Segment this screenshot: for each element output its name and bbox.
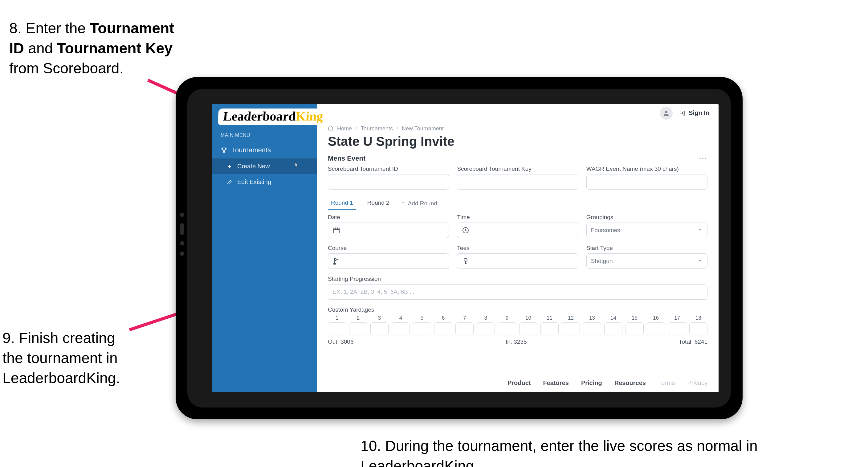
sidebar-item-create-new[interactable]: Create New: [212, 158, 317, 174]
hole-number: 8: [477, 315, 495, 321]
sidebar-item-label: Tournaments: [232, 146, 271, 154]
wagr-name-input[interactable]: [586, 174, 708, 189]
placeholder-text: EX: 1, 2A, 2B, 3, 4, 5, 6A, 6B ...: [333, 289, 414, 295]
scoreboard-key-input[interactable]: [457, 174, 578, 189]
add-round-label: Add Round: [408, 200, 437, 207]
hole-number: 12: [562, 315, 580, 321]
hole-number: 11: [540, 315, 559, 321]
chevron-down-icon: [697, 227, 703, 234]
hole-yardage-input[interactable]: [370, 322, 389, 335]
groupings-select[interactable]: Foursomes: [586, 223, 708, 238]
field-start-type: Start Type Shotgun: [586, 245, 708, 269]
date-input[interactable]: [328, 223, 449, 238]
logo[interactable]: LeaderboardKing: [212, 104, 317, 128]
holes-row: 123456789101112131415161718: [328, 315, 708, 335]
starting-progression-input[interactable]: EX: 1, 2A, 2B, 3, 4, 5, 6A, 6B ...: [328, 284, 708, 300]
hole-yardage-input[interactable]: [625, 322, 644, 335]
tab-round-2[interactable]: Round 2: [364, 198, 393, 209]
time-input[interactable]: [457, 223, 578, 238]
hole-yardage-input[interactable]: [668, 322, 686, 335]
hole-column: 1: [328, 315, 346, 335]
hole-yardage-input[interactable]: [349, 322, 367, 335]
svg-point-6: [464, 258, 467, 261]
start-type-select[interactable]: Shotgun: [586, 253, 708, 269]
annotation-step-8: 8. Enter the Tournament ID and Tournamen…: [9, 19, 176, 78]
hole-yardage-input[interactable]: [413, 322, 431, 335]
yardage-summary: Out: 3006 In: 3235 Total: 6241: [328, 339, 708, 345]
hole-number: 13: [583, 315, 601, 321]
hole-column: 17: [668, 315, 686, 335]
home-icon[interactable]: [328, 125, 333, 132]
footer-product[interactable]: Product: [507, 379, 531, 386]
page-title: State U Spring Invite: [328, 134, 708, 149]
annotation-step-10: 10. During the tournament, enter the liv…: [361, 436, 767, 467]
tab-round-1[interactable]: Round 1: [328, 198, 356, 209]
more-icon[interactable]: ···: [699, 154, 708, 163]
hole-number: 9: [498, 315, 516, 321]
select-value: Foursomes: [591, 227, 620, 234]
scoreboard-id-input[interactable]: [328, 174, 449, 189]
footer-features[interactable]: Features: [543, 379, 569, 386]
breadcrumb-tournaments[interactable]: Tournaments: [361, 125, 393, 132]
annotation-text: and: [24, 40, 57, 56]
footer-resources[interactable]: Resources: [614, 379, 646, 386]
cursor-icon: [293, 162, 299, 169]
hole-yardage-input[interactable]: [647, 322, 665, 335]
hole-number: 7: [456, 315, 474, 321]
field-label: Tees: [457, 245, 578, 252]
field-label: Starting Progression: [328, 275, 708, 282]
field-scoreboard-key: Scoreboard Tournament Key: [457, 166, 578, 189]
tablet-bezel: LeaderboardKing MAIN MENU Tournaments Cr…: [187, 89, 731, 408]
yardage-out: Out: 3006: [328, 339, 353, 345]
flag-icon: [333, 257, 340, 265]
sign-in-button[interactable]: Sign In: [679, 110, 709, 117]
hole-column: 5: [413, 315, 431, 335]
footer-privacy[interactable]: Privacy: [687, 379, 708, 386]
footer-pricing[interactable]: Pricing: [581, 379, 602, 386]
hole-yardage-input[interactable]: [519, 322, 537, 335]
sidebar-item-tournaments[interactable]: Tournaments: [212, 142, 317, 158]
field-groupings: Groupings Foursomes: [586, 214, 708, 238]
main-panel: Sign In Home / Tournaments / New Tournam…: [317, 104, 718, 392]
hole-yardage-input[interactable]: [583, 322, 601, 335]
breadcrumb-sep: /: [355, 125, 357, 132]
avatar[interactable]: [660, 107, 673, 120]
hole-yardage-input[interactable]: [477, 322, 495, 335]
hole-number: 15: [625, 315, 644, 321]
hole-yardage-input[interactable]: [689, 322, 708, 335]
annotation-text: 10. During the tournament, enter the liv…: [361, 438, 758, 467]
hole-column: 9: [498, 315, 516, 335]
hole-column: 7: [456, 315, 474, 335]
breadcrumb-home[interactable]: Home: [337, 125, 352, 132]
field-label: Date: [328, 214, 449, 221]
hole-column: 13: [583, 315, 601, 335]
hole-column: 4: [392, 315, 410, 335]
footer-terms[interactable]: Terms: [658, 379, 675, 386]
hole-column: 2: [349, 315, 367, 335]
sidebar-item-edit-existing[interactable]: Edit Existing: [212, 174, 317, 190]
sidebar: LeaderboardKing MAIN MENU Tournaments Cr…: [212, 104, 317, 392]
svg-rect-3: [334, 228, 339, 233]
field-label: Scoreboard Tournament Key: [457, 166, 578, 172]
hole-yardage-input[interactable]: [498, 322, 516, 335]
round-tabs: Round 1 Round 2 Add Round: [328, 198, 708, 210]
section-header-mens: Mens Event ···: [328, 154, 708, 163]
select-value: Shotgun: [591, 258, 613, 264]
add-round-button[interactable]: Add Round: [401, 200, 437, 207]
tees-input[interactable]: [457, 253, 578, 269]
footer-links: Product Features Pricing Resources Terms…: [317, 371, 718, 392]
hole-yardage-input[interactable]: [434, 322, 452, 335]
hole-yardage-input[interactable]: [456, 322, 474, 335]
hole-yardage-input[interactable]: [562, 322, 580, 335]
hole-number: 10: [519, 315, 537, 321]
hole-yardage-input[interactable]: [604, 322, 622, 335]
field-label: Course: [328, 245, 449, 252]
hole-yardage-input[interactable]: [540, 322, 559, 335]
field-time: Time: [457, 214, 578, 238]
annotation-text: 8. Enter the: [9, 20, 90, 36]
section-title: Mens Event: [328, 154, 366, 163]
course-input[interactable]: [328, 253, 449, 269]
sign-in-label: Sign In: [689, 110, 709, 117]
hole-yardage-input[interactable]: [392, 322, 410, 335]
hole-yardage-input[interactable]: [328, 322, 346, 335]
